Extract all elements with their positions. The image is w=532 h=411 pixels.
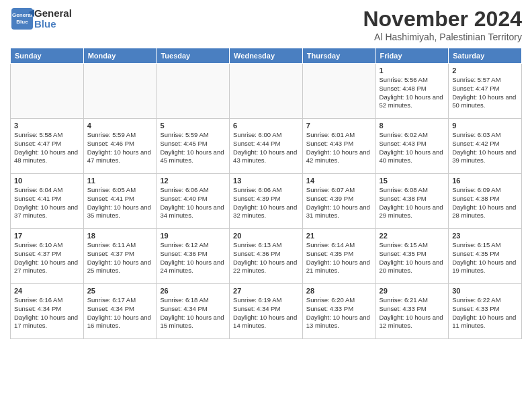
day-number: 11 [87,177,153,185]
calendar-cell [157,64,230,119]
calendar-cell: 27Sunrise: 6:19 AM Sunset: 4:34 PM Dayli… [230,284,303,339]
month-title: November 2024 [363,7,522,32]
day-info: Sunrise: 5:56 AM Sunset: 4:48 PM Dayligh… [380,76,445,110]
header-friday: Friday [375,48,449,64]
day-number: 14 [306,177,372,185]
calendar-cell: 17Sunrise: 6:10 AM Sunset: 4:37 PM Dayli… [11,229,84,284]
day-info: Sunrise: 6:21 AM Sunset: 4:33 PM Dayligh… [380,296,445,330]
logo-text-blue: Blue [34,19,72,30]
day-number: 22 [380,232,445,240]
location: Al Hashimiyah, Palestinian Territory [363,32,522,42]
calendar-cell: 2Sunrise: 5:57 AM Sunset: 4:47 PM Daylig… [449,64,522,119]
calendar-cell: 22Sunrise: 6:15 AM Sunset: 4:35 PM Dayli… [375,229,449,284]
day-info: Sunrise: 6:03 AM Sunset: 4:42 PM Dayligh… [452,131,518,165]
calendar-cell: 24Sunrise: 6:16 AM Sunset: 4:34 PM Dayli… [11,284,84,339]
day-number: 9 [452,122,518,130]
header-wednesday: Wednesday [230,48,303,64]
day-number: 8 [380,122,445,130]
calendar-cell: 18Sunrise: 6:11 AM Sunset: 4:37 PM Dayli… [83,229,157,284]
day-info: Sunrise: 6:17 AM Sunset: 4:34 PM Dayligh… [87,296,153,330]
day-info: Sunrise: 6:18 AM Sunset: 4:34 PM Dayligh… [160,296,226,330]
day-number: 28 [306,287,372,295]
day-number: 20 [233,232,299,240]
day-info: Sunrise: 6:14 AM Sunset: 4:35 PM Dayligh… [306,241,372,275]
calendar-cell: 23Sunrise: 6:15 AM Sunset: 4:35 PM Dayli… [449,229,522,284]
day-info: Sunrise: 6:15 AM Sunset: 4:35 PM Dayligh… [380,241,445,275]
day-number: 24 [14,287,80,295]
day-info: Sunrise: 5:59 AM Sunset: 4:45 PM Dayligh… [160,131,226,165]
day-info: Sunrise: 5:59 AM Sunset: 4:46 PM Dayligh… [87,131,153,165]
day-info: Sunrise: 6:06 AM Sunset: 4:39 PM Dayligh… [233,186,299,220]
calendar-cell: 28Sunrise: 6:20 AM Sunset: 4:33 PM Dayli… [302,284,375,339]
day-info: Sunrise: 6:16 AM Sunset: 4:34 PM Dayligh… [14,296,80,330]
logo-icon: General Blue [10,7,34,31]
calendar-cell: 25Sunrise: 6:17 AM Sunset: 4:34 PM Dayli… [83,284,157,339]
day-number: 30 [452,287,518,295]
header-sunday: Sunday [11,48,84,64]
calendar-cell: 6Sunrise: 6:00 AM Sunset: 4:44 PM Daylig… [230,119,303,174]
calendar-cell [83,64,157,119]
day-number: 26 [160,287,226,295]
day-number: 17 [14,232,80,240]
calendar-cell: 16Sunrise: 6:09 AM Sunset: 4:38 PM Dayli… [449,174,522,229]
day-number: 23 [452,232,518,240]
calendar-week-5: 24Sunrise: 6:16 AM Sunset: 4:34 PM Dayli… [11,284,522,339]
title-block: November 2024 Al Hashimiyah, Palestinian… [363,7,522,42]
day-info: Sunrise: 6:10 AM Sunset: 4:37 PM Dayligh… [14,241,80,275]
calendar-cell: 26Sunrise: 6:18 AM Sunset: 4:34 PM Dayli… [157,284,230,339]
day-info: Sunrise: 6:02 AM Sunset: 4:43 PM Dayligh… [380,131,445,165]
calendar-header-row: Sunday Monday Tuesday Wednesday Thursday… [11,48,522,64]
day-info: Sunrise: 6:22 AM Sunset: 4:33 PM Dayligh… [452,296,518,330]
calendar-cell: 20Sunrise: 6:13 AM Sunset: 4:36 PM Dayli… [230,229,303,284]
day-number: 12 [160,177,226,185]
day-info: Sunrise: 6:00 AM Sunset: 4:44 PM Dayligh… [233,131,299,165]
header-thursday: Thursday [302,48,375,64]
calendar-cell [302,64,375,119]
day-info: Sunrise: 6:05 AM Sunset: 4:41 PM Dayligh… [87,186,153,220]
day-number: 1 [380,66,445,75]
day-info: Sunrise: 6:20 AM Sunset: 4:33 PM Dayligh… [306,296,372,330]
calendar-week-3: 10Sunrise: 6:04 AM Sunset: 4:41 PM Dayli… [11,174,522,229]
day-number: 3 [14,122,80,130]
svg-text:Blue: Blue [16,19,28,25]
day-number: 10 [14,177,80,185]
day-info: Sunrise: 6:09 AM Sunset: 4:38 PM Dayligh… [452,186,518,220]
day-number: 2 [452,66,518,75]
calendar-cell: 3Sunrise: 5:58 AM Sunset: 4:47 PM Daylig… [11,119,84,174]
calendar-cell: 8Sunrise: 6:02 AM Sunset: 4:43 PM Daylig… [375,119,449,174]
page: General Blue General Blue November 2024 … [0,0,532,411]
calendar-cell: 5Sunrise: 5:59 AM Sunset: 4:45 PM Daylig… [157,119,230,174]
day-info: Sunrise: 6:11 AM Sunset: 4:37 PM Dayligh… [87,241,153,275]
calendar-cell: 4Sunrise: 5:59 AM Sunset: 4:46 PM Daylig… [83,119,157,174]
day-info: Sunrise: 6:06 AM Sunset: 4:40 PM Dayligh… [160,186,226,220]
header: General Blue General Blue November 2024 … [10,7,522,42]
day-number: 4 [87,122,153,130]
day-number: 6 [233,122,299,130]
day-info: Sunrise: 6:15 AM Sunset: 4:35 PM Dayligh… [452,241,518,275]
logo-text-general: General [34,8,72,19]
day-number: 19 [160,232,226,240]
calendar-cell: 15Sunrise: 6:08 AM Sunset: 4:38 PM Dayli… [375,174,449,229]
calendar-cell: 14Sunrise: 6:07 AM Sunset: 4:39 PM Dayli… [302,174,375,229]
day-number: 18 [87,232,153,240]
header-tuesday: Tuesday [157,48,230,64]
calendar-cell: 12Sunrise: 6:06 AM Sunset: 4:40 PM Dayli… [157,174,230,229]
calendar-cell: 10Sunrise: 6:04 AM Sunset: 4:41 PM Dayli… [11,174,84,229]
day-info: Sunrise: 6:07 AM Sunset: 4:39 PM Dayligh… [306,186,372,220]
day-number: 21 [306,232,372,240]
day-info: Sunrise: 6:01 AM Sunset: 4:43 PM Dayligh… [306,131,372,165]
day-info: Sunrise: 6:04 AM Sunset: 4:41 PM Dayligh… [14,186,80,220]
day-number: 27 [233,287,299,295]
calendar-week-1: 1Sunrise: 5:56 AM Sunset: 4:48 PM Daylig… [11,64,522,119]
day-number: 13 [233,177,299,185]
calendar-week-2: 3Sunrise: 5:58 AM Sunset: 4:47 PM Daylig… [11,119,522,174]
day-number: 25 [87,287,153,295]
calendar-cell: 29Sunrise: 6:21 AM Sunset: 4:33 PM Dayli… [375,284,449,339]
day-number: 5 [160,122,226,130]
logo: General Blue General Blue [10,7,72,31]
day-number: 29 [380,287,445,295]
day-number: 16 [452,177,518,185]
header-monday: Monday [83,48,157,64]
calendar-table: Sunday Monday Tuesday Wednesday Thursday… [10,48,522,339]
day-info: Sunrise: 6:19 AM Sunset: 4:34 PM Dayligh… [233,296,299,330]
